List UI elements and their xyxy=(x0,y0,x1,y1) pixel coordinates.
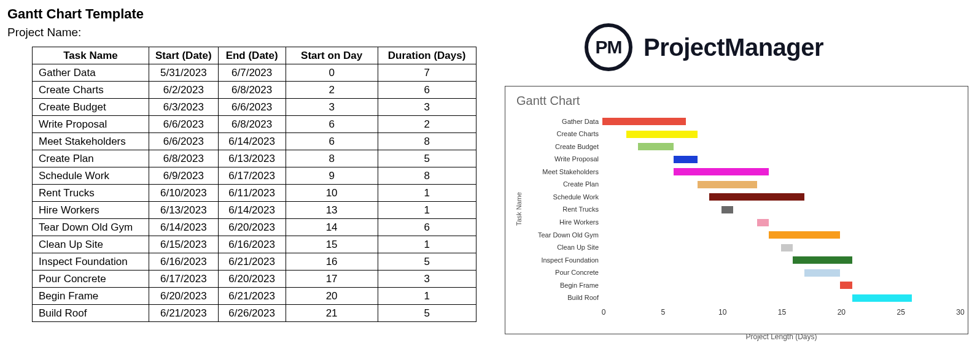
x-axis-tick: 30 xyxy=(956,308,964,317)
cell-end-date[interactable]: 6/14/2023 xyxy=(218,202,286,219)
chart-bar xyxy=(698,181,757,188)
table-row[interactable]: Meet Stakeholders6/6/20236/14/202368 xyxy=(33,133,476,150)
cell-task-name[interactable]: Inspect Foundation xyxy=(33,253,149,271)
table-row[interactable]: Schedule Work6/9/20236/17/202398 xyxy=(33,167,476,185)
cell-duration[interactable]: 1 xyxy=(378,288,476,305)
cell-task-name[interactable]: Tear Down Old Gym xyxy=(33,219,149,236)
table-row[interactable]: Write Proposal6/6/20236/8/202362 xyxy=(33,116,476,133)
cell-start-date[interactable]: 6/10/2023 xyxy=(149,185,219,202)
project-name-label: Project Name: xyxy=(7,26,490,39)
x-axis-tick: 0 xyxy=(602,308,606,317)
cell-task-name[interactable]: Clean Up Site xyxy=(33,236,149,253)
table-row[interactable]: Tear Down Old Gym6/14/20236/20/2023146 xyxy=(33,219,476,236)
cell-duration[interactable]: 7 xyxy=(378,64,476,82)
cell-start-day[interactable]: 0 xyxy=(286,64,378,82)
cell-start-day[interactable]: 6 xyxy=(286,133,378,150)
cell-end-date[interactable]: 6/11/2023 xyxy=(218,185,286,202)
cell-task-name[interactable]: Hire Workers xyxy=(33,202,149,219)
cell-duration[interactable]: 5 xyxy=(378,150,476,167)
x-axis-label: Project Length (Days) xyxy=(604,332,959,341)
cell-task-name[interactable]: Build Roof xyxy=(33,305,149,322)
cell-start-day[interactable]: 3 xyxy=(286,99,378,116)
cell-task-name[interactable]: Create Charts xyxy=(33,82,149,99)
chart-category-label: Clean Up Site xyxy=(524,241,602,254)
cell-end-date[interactable]: 6/8/2023 xyxy=(218,82,286,99)
cell-start-date[interactable]: 6/13/2023 xyxy=(149,202,219,219)
cell-duration[interactable]: 3 xyxy=(378,99,476,116)
cell-end-date[interactable]: 6/26/2023 xyxy=(218,305,286,322)
brand-logo: PM ProjectManager xyxy=(585,23,973,71)
cell-end-date[interactable]: 6/21/2023 xyxy=(218,288,286,305)
cell-start-date[interactable]: 6/8/2023 xyxy=(149,150,219,167)
cell-start-date[interactable]: 6/3/2023 xyxy=(149,99,219,116)
cell-start-day[interactable]: 2 xyxy=(286,82,378,99)
cell-start-date[interactable]: 6/16/2023 xyxy=(149,253,219,271)
table-row[interactable]: Rent Trucks6/10/20236/11/2023101 xyxy=(33,185,476,202)
cell-duration[interactable]: 5 xyxy=(378,253,476,271)
cell-duration[interactable]: 2 xyxy=(378,116,476,133)
cell-task-name[interactable]: Create Plan xyxy=(33,150,149,167)
cell-start-date[interactable]: 6/9/2023 xyxy=(149,167,219,185)
table-row[interactable]: Inspect Foundation6/16/20236/21/2023165 xyxy=(33,253,476,271)
cell-start-day[interactable]: 14 xyxy=(286,219,378,236)
cell-start-date[interactable]: 6/2/2023 xyxy=(149,82,219,99)
cell-start-day[interactable]: 15 xyxy=(286,236,378,253)
cell-start-day[interactable]: 20 xyxy=(286,288,378,305)
cell-task-name[interactable]: Create Budget xyxy=(33,99,149,116)
cell-end-date[interactable]: 6/20/2023 xyxy=(218,219,286,236)
chart-bar-row xyxy=(602,166,959,178)
cell-start-day[interactable]: 21 xyxy=(286,305,378,322)
cell-start-date[interactable]: 6/20/2023 xyxy=(149,288,219,305)
cell-start-day[interactable]: 8 xyxy=(286,150,378,167)
cell-duration[interactable]: 1 xyxy=(378,185,476,202)
cell-duration[interactable]: 5 xyxy=(378,305,476,322)
cell-end-date[interactable]: 6/14/2023 xyxy=(218,133,286,150)
cell-end-date[interactable]: 6/20/2023 xyxy=(218,271,286,288)
cell-end-date[interactable]: 6/17/2023 xyxy=(218,167,286,185)
cell-task-name[interactable]: Rent Trucks xyxy=(33,185,149,202)
cell-start-date[interactable]: 6/21/2023 xyxy=(149,305,219,322)
cell-start-day[interactable]: 17 xyxy=(286,271,378,288)
cell-end-date[interactable]: 6/7/2023 xyxy=(218,64,286,82)
cell-duration[interactable]: 1 xyxy=(378,236,476,253)
cell-duration[interactable]: 1 xyxy=(378,202,476,219)
table-row[interactable]: Create Charts6/2/20236/8/202326 xyxy=(33,82,476,99)
cell-task-name[interactable]: Schedule Work xyxy=(33,167,149,185)
cell-start-day[interactable]: 13 xyxy=(286,202,378,219)
cell-end-date[interactable]: 6/21/2023 xyxy=(218,253,286,271)
cell-end-date[interactable]: 6/13/2023 xyxy=(218,150,286,167)
cell-start-date[interactable]: 6/6/2023 xyxy=(149,133,219,150)
cell-end-date[interactable]: 6/8/2023 xyxy=(218,116,286,133)
chart-bar xyxy=(602,118,686,125)
cell-start-date[interactable]: 6/6/2023 xyxy=(149,116,219,133)
table-row[interactable]: Hire Workers6/13/20236/14/2023131 xyxy=(33,202,476,219)
table-row[interactable]: Gather Data5/31/20236/7/202307 xyxy=(33,64,476,82)
cell-start-date[interactable]: 5/31/2023 xyxy=(149,64,219,82)
cell-end-date[interactable]: 6/6/2023 xyxy=(218,99,286,116)
cell-start-day[interactable]: 10 xyxy=(286,185,378,202)
cell-duration[interactable]: 6 xyxy=(378,219,476,236)
table-row[interactable]: Pour Concrete6/17/20236/20/2023173 xyxy=(33,271,476,288)
cell-task-name[interactable]: Write Proposal xyxy=(33,116,149,133)
cell-task-name[interactable]: Meet Stakeholders xyxy=(33,133,149,150)
cell-start-date[interactable]: 6/15/2023 xyxy=(149,236,219,253)
cell-task-name[interactable]: Gather Data xyxy=(33,64,149,82)
cell-duration[interactable]: 8 xyxy=(378,167,476,185)
cell-duration[interactable]: 3 xyxy=(378,271,476,288)
cell-start-date[interactable]: 6/14/2023 xyxy=(149,219,219,236)
cell-task-name[interactable]: Begin Frame xyxy=(33,288,149,305)
cell-duration[interactable]: 8 xyxy=(378,133,476,150)
cell-start-day[interactable]: 9 xyxy=(286,167,378,185)
chart-bar-row xyxy=(602,279,959,292)
cell-end-date[interactable]: 6/16/2023 xyxy=(218,236,286,253)
table-row[interactable]: Clean Up Site6/15/20236/16/2023151 xyxy=(33,236,476,253)
cell-duration[interactable]: 6 xyxy=(378,82,476,99)
cell-start-date[interactable]: 6/17/2023 xyxy=(149,271,219,288)
cell-task-name[interactable]: Pour Concrete xyxy=(33,271,149,288)
table-row[interactable]: Begin Frame6/20/20236/21/2023201 xyxy=(33,288,476,305)
cell-start-day[interactable]: 6 xyxy=(286,116,378,133)
table-row[interactable]: Create Budget6/3/20236/6/202333 xyxy=(33,99,476,116)
table-row[interactable]: Create Plan6/8/20236/13/202385 xyxy=(33,150,476,167)
table-row[interactable]: Build Roof6/21/20236/26/2023215 xyxy=(33,305,476,322)
cell-start-day[interactable]: 16 xyxy=(286,253,378,271)
